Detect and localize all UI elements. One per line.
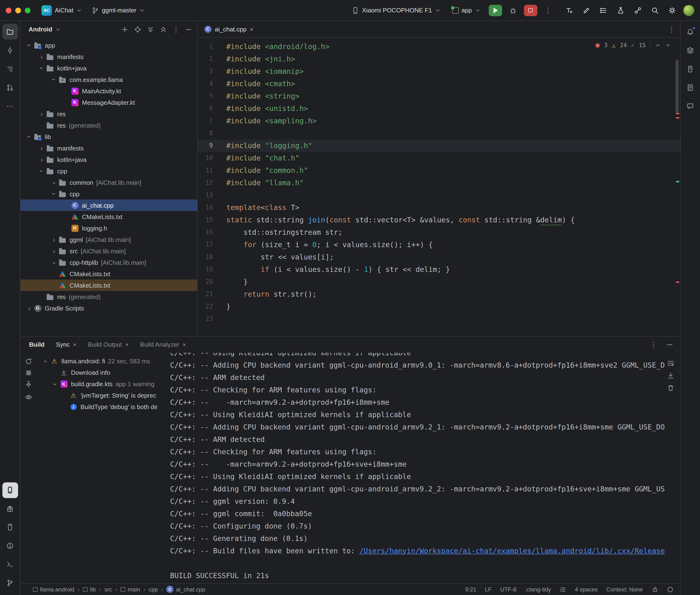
line-number[interactable]: 12 [198,177,218,189]
code-line[interactable]: 18 str << values[i]; [198,251,680,263]
project-tree-row[interactable]: ›GGradle Scripts [21,302,197,314]
code-line[interactable]: 20 } [198,276,680,288]
code-line[interactable]: 14template<class T> [198,201,680,214]
editor-tab-ai-chat-cpp[interactable]: C ai_chat.cpp × [198,21,259,37]
project-selector[interactable]: AC AiChat [38,3,85,18]
build-tab-sync[interactable]: Sync× [56,341,77,348]
project-tree-row[interactable]: ›src[AiChat.lib.main] [21,245,197,257]
app-quality-insights-tool-button[interactable] [682,98,698,114]
code-line[interactable]: 13 [198,189,680,201]
notifications-tool-button[interactable] [682,24,698,39]
minimize-window-button[interactable] [15,7,21,13]
run-configuration-selector[interactable]: app [449,5,484,16]
experiments-button[interactable] [614,4,627,17]
project-tree-row[interactable]: ›res [21,108,197,119]
eye-icon[interactable] [25,393,32,401]
project-tree-row[interactable]: ›manifests [21,51,197,62]
line-number[interactable]: 22 [198,301,218,313]
formatter-icon[interactable] [560,586,566,593]
project-tree-row[interactable]: ›manifests [21,142,197,154]
soft-wrap-icon[interactable] [667,359,674,367]
code-line[interactable]: 23 [198,313,680,325]
code-line[interactable]: 22} [198,301,680,313]
project-tree-row[interactable]: KMainActivity.kt [21,85,197,97]
vcs-branch-selector[interactable]: ggml-master [88,4,148,16]
breadcrumb-item[interactable]: llama.android [33,586,74,593]
code-line[interactable]: 11#include "common.h" [198,164,680,177]
line-number[interactable]: 9 [198,140,218,152]
editor-scrollbar[interactable] [675,59,678,113]
code-line[interactable]: 19 if (i < values.size() - 1) { str << d… [198,263,680,276]
problems-tool-button[interactable] [2,538,18,554]
add-icon[interactable] [121,26,129,33]
project-tree-row[interactable]: ›ggml[AiChat.lib.main] [21,234,197,245]
lock-icon[interactable] [651,586,658,593]
notifications-status-icon[interactable] [667,586,673,593]
prev-problem-icon[interactable] [655,42,661,48]
debug-button[interactable] [507,4,519,17]
breadcrumb-item[interactable]: src [104,586,112,593]
pin-icon[interactable] [25,380,32,388]
device-selector[interactable]: Xiaomi POCOPHONE F1 [348,4,444,16]
pull-requests-tool-button[interactable] [2,80,18,95]
breadcrumb-item[interactable]: cpp [149,586,158,593]
line-number[interactable]: 6 [198,103,218,115]
structure-tool-button[interactable] [2,61,18,77]
expand-all-icon[interactable] [147,26,155,33]
line-number[interactable]: 11 [198,164,218,177]
project-tree-row[interactable]: res(generated) [21,119,197,131]
code-line[interactable]: 16 std::ostringstream str; [198,226,680,238]
profiler-tool-button[interactable] [2,501,18,516]
line-number[interactable]: 3 [198,65,218,78]
clear-console-icon[interactable] [667,384,674,392]
more-tool-windows-button[interactable]: ⋯ [2,98,18,114]
indent-setting[interactable]: 4 spaces [575,586,598,593]
options-kebab-icon[interactable]: ⋮ [172,26,179,33]
build-tab-build-analyzer[interactable]: Build Analyzer× [140,341,186,348]
build-tree-row[interactable]: ›Kbuild.gradle.ktsapp 1 warning [36,378,170,390]
breadcrumb-item[interactable]: lib [83,586,96,593]
line-number[interactable]: 13 [198,189,218,201]
line-number[interactable]: 2 [198,53,218,65]
scroll-to-end-icon[interactable] [667,372,674,379]
code-line[interactable]: 5#include <string> [198,90,680,103]
project-tree-row[interactable]: ›kotlin+java [21,154,197,165]
project-tool-button[interactable] [2,24,18,39]
project-tree-row[interactable]: ›cpp-httplib[AiChat.lib.main] [21,257,197,268]
line-number[interactable]: 18 [198,251,218,263]
line-separator[interactable]: LF [485,586,492,593]
device-explorer-tool-button[interactable] [682,61,698,77]
options-kebab-icon[interactable]: ⋮ [650,341,657,348]
project-tree-row[interactable]: Hlogging.h [21,222,197,234]
project-tree-row[interactable]: ›lib [21,131,197,142]
settings-button[interactable] [666,4,678,17]
vcs-stripe-mark[interactable] [676,181,679,182]
code-line[interactable]: 9#include "logging.h" [198,140,680,152]
project-tree-row[interactable]: ›cpp [21,165,197,177]
line-number[interactable]: 1 [198,40,218,53]
running-devices-tool-button[interactable] [2,482,18,498]
code-line[interactable]: 6#include <unistd.h> [198,103,680,115]
code-line[interactable]: 15static std::string join(const std::vec… [198,214,680,226]
more-run-actions-button[interactable]: ⋮ [542,4,554,17]
hide-panel-icon[interactable] [185,26,192,33]
code-line[interactable]: 21 return str.str(); [198,288,680,301]
line-number[interactable]: 20 [198,276,218,288]
project-tree-row[interactable]: Cai_chat.cpp [21,200,197,211]
caret-position[interactable]: 9:21 [465,586,476,593]
collapse-all-icon[interactable] [160,26,167,33]
breadcrumb-item[interactable]: main [120,586,140,593]
terminal-tool-button[interactable] [2,557,18,572]
text-actions-button[interactable] [563,4,575,17]
close-tab-icon[interactable]: × [183,341,186,348]
line-number[interactable]: 15 [198,214,218,226]
profile-avatar[interactable] [683,4,694,16]
layout-inspector-tool-button[interactable] [682,80,698,95]
close-window-button[interactable] [6,7,11,13]
file-encoding[interactable]: UTF-8 [500,586,516,593]
gradle-tool-button[interactable] [682,42,698,58]
code-line[interactable]: 8 [198,127,680,140]
close-tab-icon[interactable]: × [125,341,129,348]
project-tree-row[interactable]: CMakeLists.txt [21,211,197,222]
device-manager-tool-button[interactable] [2,519,18,535]
